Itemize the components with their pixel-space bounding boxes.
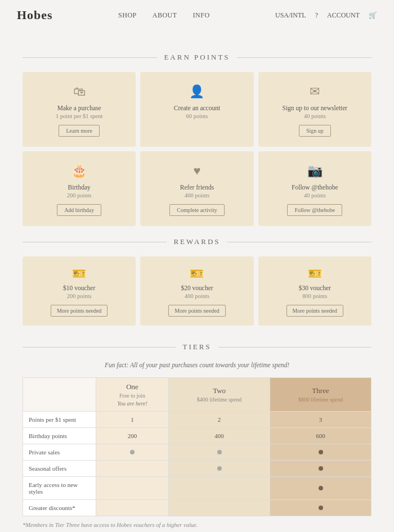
earn-card-newsletter: ✉ Sign up to our newsletter 40 points Si…	[258, 72, 371, 147]
nav-links: SHOP ABOUT INFO	[118, 11, 210, 20]
refer-icon: ♥	[193, 164, 200, 178]
newsletter-title: Sign up to our newsletter	[283, 105, 348, 111]
voucher-30-title: $30 voucher	[299, 285, 331, 291]
tier-three-cell-0: 3	[270, 412, 371, 428]
tiers-line-left	[23, 347, 176, 348]
tier-col-two-header: Two $400 lifetime spend	[169, 378, 270, 412]
earn-card-refer: ♥ Refer friends 400 points Complete acti…	[140, 151, 253, 226]
tiers-footnote: *Members in Tier Three have access to Ho…	[23, 522, 371, 528]
tier-three-name: Three	[274, 386, 368, 395]
rewards-header: REWARDS	[23, 237, 371, 246]
complete-activity-button[interactable]: Complete activity	[169, 204, 224, 216]
tier-dot	[319, 466, 323, 471]
tier-row-label: Early access to new styles	[23, 477, 96, 500]
earn-card-account: 👤 Create an account 60 points	[140, 72, 253, 147]
tier-one-cell-0: 1	[96, 412, 169, 428]
tier-three-cell-5	[270, 500, 371, 516]
earn-points-header: EARN POINTS	[23, 53, 371, 62]
tier-one-cell-5	[96, 500, 169, 516]
reward-30: 🎫 $30 voucher 800 points More points nee…	[258, 256, 371, 326]
tier-col-three-header: Three $800 lifetime spend	[270, 378, 371, 412]
tier-row: Greater discounts*	[23, 500, 371, 516]
tier-three-cell-1: 600	[270, 428, 371, 444]
tier-dot	[217, 450, 222, 454]
tier-row: Private sales	[23, 444, 371, 461]
tiers-line-right	[218, 347, 371, 348]
rewards-grid: 🎫 $10 voucher 200 points More points nee…	[23, 256, 371, 326]
nav-region[interactable]: USA/INTL	[275, 11, 306, 20]
learn-more-button[interactable]: Learn more	[59, 125, 99, 137]
tier-one-youhere: You are here!	[100, 400, 165, 407]
header-line-right	[237, 57, 371, 58]
voucher-20-title: $20 voucher	[181, 285, 213, 291]
nav-about[interactable]: ABOUT	[153, 11, 177, 20]
earn-card-purchase: 🛍 Make a purchase 1 point per $1 spent L…	[23, 72, 136, 147]
tier-three-cell-2	[270, 444, 371, 461]
tier-row: Birthday points200400600	[23, 428, 371, 444]
voucher-20-button[interactable]: More points needed	[168, 305, 225, 317]
tier-three-sub: $800 lifetime spend	[274, 396, 368, 403]
earn-points-grid: 🛍 Make a purchase 1 point per $1 spent L…	[23, 72, 371, 226]
tier-dot	[217, 466, 222, 471]
tier-dot	[319, 506, 323, 510]
tiers-subtitle: Fun fact: All of your past purchases cou…	[23, 362, 371, 368]
tier-two-sub: $400 lifetime spend	[172, 396, 266, 403]
tier-col-one-header: One Free to join You are here!	[96, 378, 169, 412]
logo[interactable]: Hobes	[17, 8, 53, 22]
account-title: Create an account	[174, 105, 220, 111]
nav-shop[interactable]: SHOP	[118, 11, 137, 20]
tier-row-label: Greater discounts*	[23, 500, 96, 516]
purchase-icon: 🛍	[73, 84, 86, 99]
add-birthday-button[interactable]: Add birthday	[57, 204, 101, 216]
voucher-20-points: 400 points	[185, 293, 209, 299]
tier-two-cell-2	[169, 444, 270, 461]
tier-table-empty-header	[23, 378, 96, 412]
signup-button[interactable]: Sign up	[299, 125, 331, 137]
tier-two-name: Two	[172, 386, 266, 395]
tier-one-cell-1: 200	[96, 428, 169, 444]
voucher-10-button[interactable]: More points needed	[51, 305, 108, 317]
tier-one-sub: Free to join	[100, 393, 165, 399]
voucher-10-icon: 🎫	[72, 267, 86, 280]
tier-two-cell-3	[169, 461, 270, 477]
birthday-points: 200 points	[67, 192, 92, 199]
voucher-30-button[interactable]: More points needed	[286, 305, 343, 317]
earn-points-title: EARN POINTS	[164, 53, 230, 62]
tier-row: Seasonal offers	[23, 461, 371, 477]
tier-row-label: Seasonal offers	[23, 461, 96, 477]
voucher-10-title: $10 voucher	[63, 285, 95, 291]
account-icon: 👤	[189, 84, 204, 99]
tier-two-cell-5	[169, 500, 270, 516]
nav-help[interactable]: ?	[315, 11, 318, 20]
account-points: 60 points	[186, 113, 208, 119]
refer-title: Refer friends	[180, 184, 214, 191]
tier-dot	[319, 450, 323, 454]
voucher-20-icon: 🎫	[190, 267, 204, 280]
tier-three-cell-4	[270, 477, 371, 500]
earn-card-birthday: 🎂 Birthday 200 points Add birthday	[23, 151, 136, 226]
nav-account[interactable]: ACCOUNT	[327, 11, 360, 20]
voucher-30-icon: 🎫	[308, 267, 322, 280]
newsletter-icon: ✉	[310, 84, 320, 99]
rewards-title: REWARDS	[173, 237, 220, 246]
tier-one-cell-4	[96, 477, 169, 500]
earn-card-follow: 📷 Follow @thehobe 40 points Follow @theh…	[258, 151, 371, 226]
reward-10: 🎫 $10 voucher 200 points More points nee…	[23, 256, 136, 326]
voucher-30-points: 800 points	[302, 293, 327, 299]
nav-cart[interactable]: 🛒	[369, 11, 377, 20]
tiers-table: One Free to join You are here! Two $400 …	[23, 377, 371, 516]
purchase-title: Make a purchase	[57, 105, 101, 111]
tier-row: Points per $1 spent123	[23, 412, 371, 428]
tier-one-name: One	[100, 382, 165, 391]
follow-title: Follow @thehobe	[292, 184, 338, 191]
tier-dot	[319, 486, 323, 490]
tier-two-cell-0: 2	[169, 412, 270, 428]
tier-row: Early access to new styles	[23, 477, 371, 500]
follow-button[interactable]: Follow @thehobe	[287, 204, 342, 216]
tier-row-label: Private sales	[23, 444, 96, 461]
nav-info[interactable]: INFO	[193, 11, 210, 20]
reward-20: 🎫 $20 voucher 400 points More points nee…	[140, 256, 253, 326]
tier-two-cell-1: 400	[169, 428, 270, 444]
tier-row-label: Birthday points	[23, 428, 96, 444]
page-content: EARN POINTS 🛍 Make a purchase 1 point pe…	[11, 30, 383, 532]
